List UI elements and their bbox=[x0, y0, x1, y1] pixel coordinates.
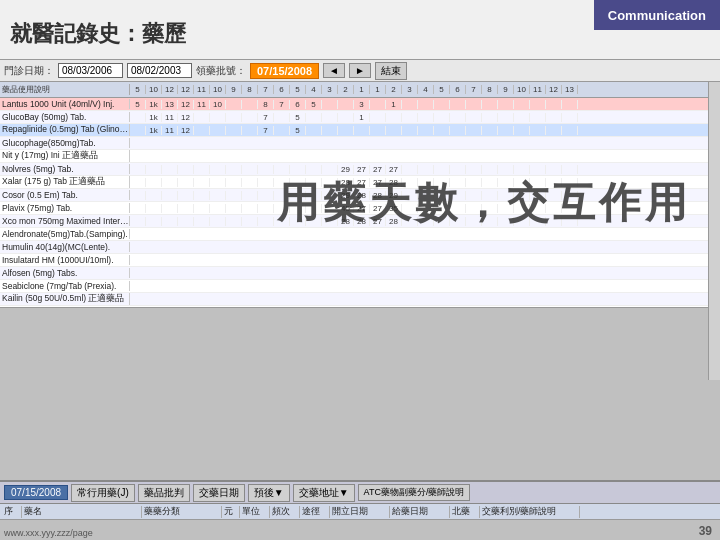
drug-val: 12 bbox=[178, 126, 194, 135]
end-date-input[interactable] bbox=[127, 63, 192, 78]
btn-drug-address[interactable]: 交藥地址▼ bbox=[293, 484, 355, 502]
drug-val bbox=[562, 126, 578, 135]
drug-val bbox=[306, 178, 322, 187]
drug-val: 13 bbox=[162, 100, 178, 109]
drug-val bbox=[370, 113, 386, 122]
btn-atc[interactable]: ATC藥物副藥分/藥師說明 bbox=[358, 484, 471, 501]
next-btn[interactable]: ► bbox=[349, 63, 371, 78]
drug-val bbox=[466, 204, 482, 213]
drug-val bbox=[178, 165, 194, 174]
drug-val bbox=[242, 217, 258, 226]
end-btn[interactable]: 結束 bbox=[375, 62, 407, 80]
drug-val bbox=[210, 217, 226, 226]
bottom-col-header: 頻次 bbox=[270, 506, 300, 518]
drug-val bbox=[162, 178, 178, 187]
drug-val bbox=[482, 165, 498, 174]
page-number: 39 bbox=[699, 524, 712, 538]
drug-val bbox=[546, 191, 562, 200]
drug-val bbox=[386, 113, 402, 122]
drug-val bbox=[370, 126, 386, 135]
drug-val bbox=[530, 165, 546, 174]
drug-val bbox=[498, 126, 514, 135]
drug-val bbox=[514, 113, 530, 122]
drug-val bbox=[514, 217, 530, 226]
current-date: 07/15/2008 bbox=[250, 63, 319, 79]
drug-val bbox=[562, 165, 578, 174]
drug-val bbox=[194, 126, 210, 135]
col-num-header: 9 bbox=[498, 85, 514, 94]
drug-val bbox=[274, 191, 290, 200]
drug-name-cell: Repaglinide (0.5mg) Tab (Glinoreg)正適 bbox=[0, 124, 130, 136]
drug-name-cell: Humulin 40(14g)(MC(Lente). bbox=[0, 242, 130, 252]
bottom-col-header: 給藥日期 bbox=[390, 506, 450, 518]
drug-val bbox=[498, 165, 514, 174]
drug-val bbox=[466, 217, 482, 226]
col-num-header: 5 bbox=[290, 85, 306, 94]
drug-val bbox=[546, 204, 562, 213]
drug-val: 1k bbox=[146, 126, 162, 135]
drug-val bbox=[226, 126, 242, 135]
drug-val bbox=[482, 126, 498, 135]
drug-val: 29 bbox=[338, 191, 354, 200]
drug-val bbox=[466, 178, 482, 187]
drug-val: 28 bbox=[354, 217, 370, 226]
btn-prognosis[interactable]: 預後▼ bbox=[248, 484, 290, 502]
scrollbar[interactable] bbox=[708, 82, 720, 380]
drug-list: 用藥天數，交互作用 Lantus 1000 Unit (40ml/V) Inj.… bbox=[0, 98, 720, 308]
col-num-header: 1 bbox=[370, 85, 386, 94]
drug-name-cell: Coxicar (0.5mg) Cap. bbox=[0, 307, 130, 308]
drug-val bbox=[274, 126, 290, 135]
btn-drug-date[interactable]: 交藥日期 bbox=[193, 484, 245, 502]
drug-val bbox=[226, 113, 242, 122]
drug-row: Kailin (50g 50U/0.5ml) 正適藥品 bbox=[0, 293, 720, 306]
drug-row: Lantus 1000 Unit (40ml/V) Inj.51k1312111… bbox=[0, 98, 720, 111]
drug-val bbox=[562, 191, 578, 200]
drug-val bbox=[450, 204, 466, 213]
drug-val bbox=[530, 204, 546, 213]
drug-val bbox=[274, 178, 290, 187]
drug-val: 7 bbox=[258, 113, 274, 122]
drug-name-cell: Insulatard HM (1000UI/10ml). bbox=[0, 255, 130, 265]
drug-name-cell: Nit y (17mg) Ini 正適藥品 bbox=[0, 150, 130, 162]
drug-val: 28 bbox=[354, 191, 370, 200]
drug-row: Cosor (0.5 Em) Tab.29282829 bbox=[0, 189, 720, 202]
drug-vals: 28282728 bbox=[130, 217, 720, 226]
drug-val bbox=[434, 113, 450, 122]
drug-row: Nit y (17mg) Ini 正適藥品 bbox=[0, 150, 720, 163]
col-num-header: 6 bbox=[274, 85, 290, 94]
drug-val bbox=[226, 165, 242, 174]
drug-val bbox=[194, 165, 210, 174]
drug-val bbox=[434, 165, 450, 174]
drug-val bbox=[514, 165, 530, 174]
drug-val bbox=[322, 217, 338, 226]
drug-val bbox=[242, 100, 258, 109]
drug-val: 45 bbox=[338, 204, 354, 213]
drug-val: 27 bbox=[370, 217, 386, 226]
col-num-header: 13 bbox=[562, 85, 578, 94]
drug-val bbox=[322, 100, 338, 109]
drug-val bbox=[418, 191, 434, 200]
col-num-header: 2 bbox=[338, 85, 354, 94]
drug-val bbox=[514, 178, 530, 187]
bottom-date-btn[interactable]: 07/15/2008 bbox=[4, 485, 68, 500]
bottom-col-header: 北藥 bbox=[450, 506, 480, 518]
top-bar: 就醫記錄史：藥歷 Communication bbox=[0, 0, 720, 60]
drug-val bbox=[306, 126, 322, 135]
drug-val bbox=[562, 204, 578, 213]
drug-val bbox=[418, 204, 434, 213]
drug-val bbox=[258, 204, 274, 213]
col-headers: 藥品使用說明 510121211109876543211234567891011… bbox=[0, 82, 720, 98]
col-num-header: 1 bbox=[354, 85, 370, 94]
drug-val bbox=[210, 178, 226, 187]
drug-name-cell: Xco mon 750mg Maximed Interd'l. bbox=[0, 216, 130, 226]
btn-regular-meds[interactable]: 常行用藥(J) bbox=[71, 484, 135, 502]
drug-val bbox=[178, 178, 194, 187]
drug-val bbox=[306, 217, 322, 226]
col-num-header: 10 bbox=[146, 85, 162, 94]
prev-btn[interactable]: ◄ bbox=[323, 63, 345, 78]
drug-val bbox=[178, 204, 194, 213]
drug-val bbox=[450, 217, 466, 226]
start-date-input[interactable] bbox=[58, 63, 123, 78]
drug-val bbox=[162, 191, 178, 200]
btn-drug-review[interactable]: 藥品批判 bbox=[138, 484, 190, 502]
